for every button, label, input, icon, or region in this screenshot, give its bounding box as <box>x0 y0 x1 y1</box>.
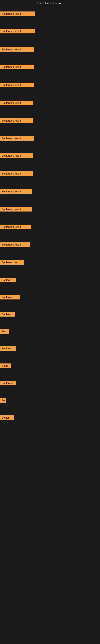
bottleneck-result-item[interactable]: Bottleneck result <box>0 83 34 87</box>
bottleneck-result-item[interactable]: Bottlen <box>0 312 15 316</box>
bottleneck-result-item[interactable]: Bottlenec <box>0 381 16 386</box>
bottleneck-result-item[interactable]: Bottleneck result <box>0 118 33 123</box>
bottleneck-result-item[interactable]: Bottleneck result <box>0 29 35 34</box>
bottleneck-result-item[interactable]: Bottleneck result <box>0 153 33 158</box>
bottleneck-result-item[interactable]: Bottleneck result <box>0 189 32 194</box>
bottleneck-result-item[interactable]: Bottlene <box>0 278 16 282</box>
bottleneck-result-item[interactable]: Bottleneck result <box>0 224 31 229</box>
bottleneck-result-item[interactable]: Bot <box>0 329 9 334</box>
bottleneck-result-item[interactable]: Bottleneck result <box>0 171 33 176</box>
bottleneck-result-item[interactable]: Bottleneck re <box>0 260 24 265</box>
bottleneck-result-item[interactable]: Bottleneck result <box>0 100 33 105</box>
bottleneck-result-item[interactable]: Bottleneck result <box>0 12 35 16</box>
bottleneck-result-item[interactable]: Bottleneck result <box>0 242 30 247</box>
bottleneck-result-item[interactable]: Bottleneck result <box>0 136 34 141</box>
bottleneck-result-item[interactable]: Bottleneck result <box>0 64 34 69</box>
bottleneck-result-item[interactable]: Bottleneck result <box>0 47 34 52</box>
site-title: TheBottlenecker.com <box>0 0 100 6</box>
bottleneck-result-item[interactable]: Bottleneck r <box>0 295 20 300</box>
bottleneck-result-item[interactable]: Bottle <box>0 364 11 368</box>
bottleneck-result-item[interactable]: Bo <box>0 398 6 403</box>
bottleneck-result-item[interactable]: Bottleneck result <box>0 207 32 212</box>
bottleneck-result-item[interactable]: Bottlene <box>0 346 16 351</box>
bottleneck-result-item[interactable]: Bottler <box>0 416 14 420</box>
